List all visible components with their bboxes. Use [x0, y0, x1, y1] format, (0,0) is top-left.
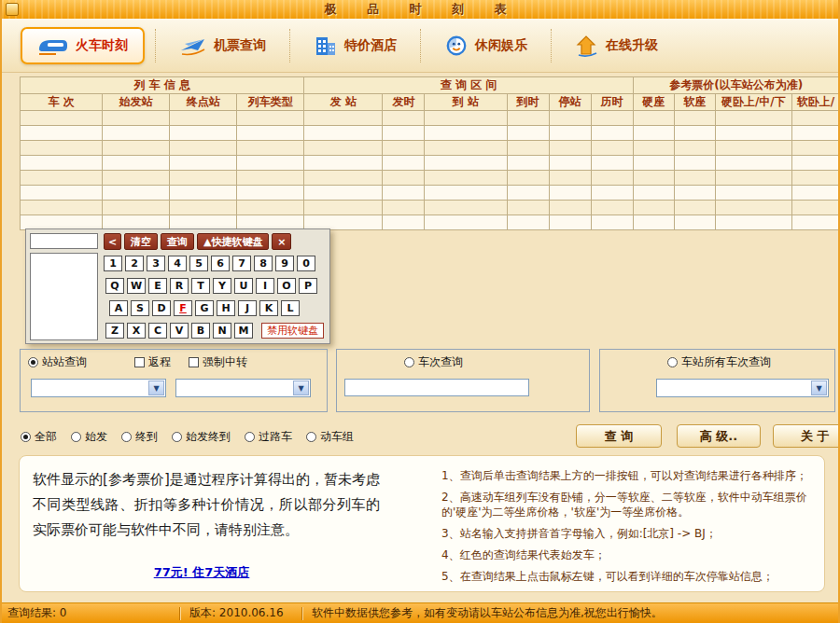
table-cell[interactable] — [383, 156, 425, 171]
table-cell[interactable] — [674, 126, 715, 141]
table-cell[interactable] — [715, 156, 791, 171]
table-cell[interactable] — [237, 111, 304, 126]
table-cell[interactable] — [383, 201, 425, 215]
table-cell[interactable] — [507, 186, 549, 201]
table-cell[interactable] — [791, 156, 839, 171]
key[interactable]: 7 — [232, 256, 251, 271]
table-cell[interactable] — [591, 141, 633, 156]
table-row[interactable] — [21, 171, 840, 186]
table-cell[interactable] — [170, 186, 237, 201]
table-cell[interactable] — [304, 201, 383, 215]
table-cell[interactable] — [549, 141, 591, 156]
table-row[interactable] — [21, 111, 840, 126]
table-cell[interactable] — [549, 201, 591, 215]
table-cell[interactable] — [304, 186, 383, 201]
table-cell[interactable] — [549, 215, 591, 230]
key[interactable]: 8 — [254, 256, 273, 271]
radio-on-icon[interactable] — [21, 432, 31, 442]
col-train-type[interactable]: 列车类型 — [237, 94, 304, 111]
table-cell[interactable] — [633, 171, 674, 186]
disable-keyboard-button[interactable]: 禁用软键盘 — [261, 323, 324, 339]
table-cell[interactable] — [715, 215, 791, 230]
key[interactable]: Y — [213, 278, 231, 294]
col-duration[interactable]: 历时 — [591, 94, 633, 111]
table-cell[interactable] — [304, 111, 383, 126]
table-cell[interactable] — [715, 186, 791, 201]
key[interactable]: G — [195, 300, 214, 316]
table-cell[interactable] — [383, 171, 425, 186]
col-hard-sleeper[interactable]: 硬卧上/中/下 — [715, 94, 791, 111]
table-cell[interactable] — [304, 171, 383, 186]
table-cell[interactable] — [425, 171, 507, 186]
col-soft-sleeper[interactable]: 软卧上/ — [791, 94, 839, 111]
chevron-down-icon[interactable]: ▼ — [811, 381, 827, 395]
station-all-trains-radio[interactable]: 车站所有车次查询 — [667, 354, 771, 370]
table-cell[interactable] — [674, 111, 715, 126]
table-cell[interactable] — [383, 111, 425, 126]
key[interactable]: L — [281, 300, 300, 316]
filter-emu[interactable]: 动车组 — [306, 429, 354, 445]
table-cell[interactable] — [170, 111, 237, 126]
table-cell[interactable] — [425, 215, 507, 230]
key[interactable]: 9 — [275, 256, 294, 271]
toolbar-online-upgrade[interactable]: 在线升级 — [562, 28, 671, 63]
key[interactable]: K — [259, 300, 278, 316]
table-cell[interactable] — [591, 201, 633, 215]
toolbar-flight-query[interactable]: 机票查询 — [166, 28, 279, 63]
radio-off-icon[interactable] — [404, 357, 414, 367]
forced-transfer-checkbox[interactable]: 强制中转 — [189, 354, 247, 370]
table-cell[interactable] — [633, 215, 674, 230]
depart-station-combo[interactable]: ▼ — [31, 379, 166, 397]
table-row[interactable] — [21, 156, 840, 171]
station-suggestion-list[interactable] — [30, 253, 98, 340]
table-cell[interactable] — [425, 111, 507, 126]
radio-on-icon[interactable] — [28, 357, 38, 367]
table-cell[interactable] — [170, 126, 237, 141]
table-cell[interactable] — [21, 201, 103, 215]
filter-all[interactable]: 全部 — [21, 429, 57, 445]
key-f-highlighted[interactable]: F — [174, 300, 192, 316]
col-arrive-time[interactable]: 到时 — [507, 94, 549, 111]
filter-passing[interactable]: 过路车 — [245, 429, 292, 445]
table-cell[interactable] — [674, 171, 715, 186]
key[interactable]: J — [238, 300, 257, 316]
col-soft-seat[interactable]: 软座 — [674, 94, 715, 111]
table-cell[interactable] — [633, 201, 674, 215]
table-cell[interactable] — [591, 156, 633, 171]
table-cell[interactable] — [715, 126, 791, 141]
radio-off-icon[interactable] — [172, 432, 182, 442]
table-cell[interactable] — [507, 201, 549, 215]
key[interactable]: V — [170, 323, 189, 339]
table-cell[interactable] — [633, 186, 674, 201]
table-cell[interactable] — [791, 111, 839, 126]
key[interactable]: 0 — [297, 256, 315, 271]
col-train-no[interactable]: 车 次 — [21, 94, 103, 111]
table-cell[interactable] — [21, 126, 103, 141]
key[interactable]: O — [277, 278, 296, 294]
key[interactable]: N — [213, 323, 231, 339]
table-cell[interactable] — [425, 201, 507, 215]
radio-off-icon[interactable] — [245, 432, 255, 442]
key[interactable]: A — [109, 300, 128, 316]
col-origin[interactable]: 始发站 — [103, 94, 170, 111]
key[interactable]: C — [148, 323, 167, 339]
clear-button[interactable]: 清空 — [124, 233, 158, 250]
arrive-station-combo[interactable]: ▼ — [175, 379, 311, 397]
col-depart-time[interactable]: 发时 — [383, 94, 425, 111]
station-name-input[interactable] — [30, 233, 98, 249]
key[interactable]: S — [131, 300, 149, 316]
table-cell[interactable] — [383, 186, 425, 201]
table-cell[interactable] — [633, 126, 674, 141]
table-cell[interactable] — [591, 171, 633, 186]
key[interactable]: P — [299, 278, 317, 294]
table-cell[interactable] — [674, 215, 715, 230]
table-cell[interactable] — [633, 141, 674, 156]
return-trip-checkbox[interactable]: 返程 — [134, 354, 171, 370]
train-number-radio[interactable]: 车次查询 — [404, 354, 463, 370]
table-cell[interactable] — [21, 156, 103, 171]
table-cell[interactable] — [170, 156, 237, 171]
table-cell[interactable] — [507, 141, 549, 156]
close-icon[interactable]: × — [272, 233, 291, 250]
advanced-button[interactable]: 高 级.. — [677, 424, 761, 448]
checkbox-icon[interactable] — [134, 357, 145, 367]
